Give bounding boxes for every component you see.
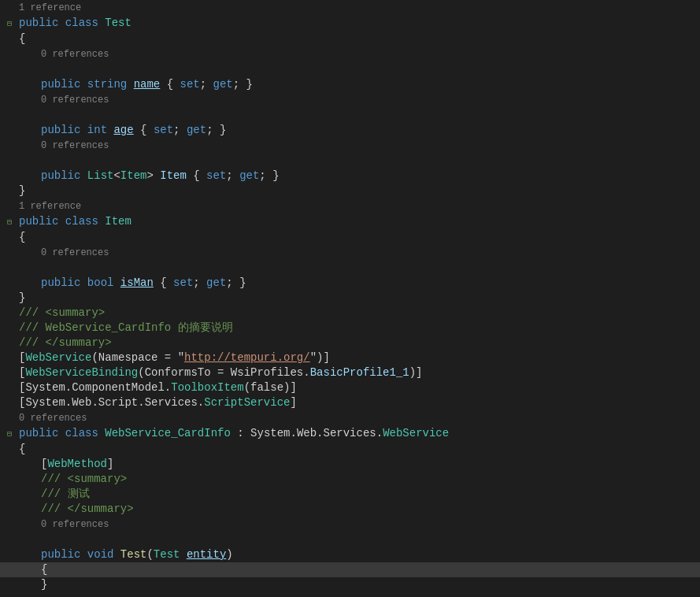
line-content: public List<Item> Item { set; get; } — [16, 169, 700, 184]
code-line: [WebMethod] — [0, 457, 700, 472]
code-line: [WebService(Namespace = "http://tempuri.… — [0, 350, 700, 365]
code-line — [0, 261, 700, 276]
token: set — [154, 124, 173, 136]
code-line: } — [0, 184, 700, 198]
line-content: public class Item — [16, 214, 700, 229]
line-content: { — [16, 230, 700, 245]
ref-hint: 0 references — [41, 95, 109, 106]
token: (false)] — [244, 381, 297, 394]
line-content: /// <summary> — [16, 306, 700, 321]
collapse-btn[interactable]: ⊟ — [3, 215, 16, 230]
token: name — [134, 78, 161, 91]
token: } — [19, 184, 25, 197]
token: void — [87, 548, 114, 561]
token: (ConformsTo = WsiProfiles. — [138, 366, 309, 379]
token: public — [41, 78, 80, 91]
token — [58, 215, 65, 228]
token: } — [19, 291, 25, 304]
line-content: { — [16, 562, 700, 577]
token — [113, 276, 120, 289]
token — [180, 548, 186, 561]
token: /// WebService_CardInfo 的摘要说明 — [19, 321, 233, 334]
token: /// </summary> — [41, 502, 134, 515]
token: > — [146, 169, 160, 182]
token: ; } — [233, 78, 253, 91]
collapse-btn[interactable]: ⊟ — [3, 427, 16, 442]
code-line: } — [0, 291, 700, 306]
token: public — [41, 169, 80, 182]
line-content: [WebService(Namespace = "http://tempuri.… — [16, 350, 700, 365]
token: Test — [105, 17, 131, 29]
token: ; } — [259, 169, 279, 182]
token: string — [87, 78, 127, 91]
token: ) — [226, 548, 232, 561]
token — [98, 427, 105, 439]
line-content: } — [16, 291, 700, 306]
token: bool — [87, 276, 114, 289]
code-line: { — [0, 230, 700, 245]
code-line — [0, 532, 700, 547]
token: ] — [290, 396, 296, 409]
token: public — [19, 215, 58, 228]
ref-hint: 0 references — [41, 49, 109, 60]
token: ; } — [206, 124, 226, 136]
token: set — [206, 169, 226, 182]
line-content: public bool isMan { set; get; } — [16, 276, 700, 291]
token: public — [41, 548, 80, 561]
code-line: public string name { set; get; } — [0, 77, 700, 92]
code-line — [0, 154, 700, 169]
code-line: ⊟public class Test — [0, 16, 700, 32]
code-line: /// </summary> — [0, 502, 700, 517]
token: BasicProfile1_1 — [310, 366, 409, 379]
token: set — [173, 276, 193, 289]
line-content: { — [16, 442, 700, 457]
code-line: ⊟public class Item — [0, 214, 700, 230]
token: ; — [193, 276, 206, 289]
collapse-btn[interactable]: ⊟ — [3, 17, 16, 32]
token: ; — [173, 124, 187, 136]
token: { — [19, 231, 25, 243]
token — [127, 78, 133, 91]
token: { — [19, 443, 25, 455]
token: /// <summary> — [41, 473, 127, 485]
token: age — [113, 124, 133, 136]
token: public — [41, 276, 80, 289]
token: /// </summary> — [19, 336, 112, 349]
token: get — [213, 78, 233, 91]
token: WebServiceBinding — [25, 366, 138, 379]
token: { — [134, 124, 154, 136]
code-line: /// <summary> — [0, 306, 700, 321]
line-content: } — [16, 184, 700, 198]
token: (Namespace = " — [91, 351, 184, 364]
ref-line: 0 references — [0, 410, 700, 426]
token: List — [87, 169, 114, 182]
ref-hint: 0 references — [19, 413, 87, 424]
ref-hint: 0 references — [41, 140, 109, 151]
ref-line: 0 references — [0, 517, 700, 532]
token: ToolboxItem — [171, 381, 243, 394]
token: WebService_CardInfo — [105, 427, 231, 439]
code-line: public void Test(Test entity) — [0, 547, 700, 562]
token — [98, 17, 105, 29]
line-content: /// WebService_CardInfo 的摘要说明 — [16, 321, 700, 336]
token: isMan — [120, 276, 154, 289]
line-content: } — [16, 577, 700, 592]
line-content: /// </summary> — [16, 502, 700, 517]
line-content: public class WebService_CardInfo : Syste… — [16, 426, 700, 441]
code-line — [0, 108, 700, 123]
token — [80, 78, 87, 91]
token: )] — [409, 366, 423, 379]
token: /// 测试 — [41, 488, 90, 500]
token: { — [187, 169, 206, 182]
line-content: /// </summary> — [16, 336, 700, 350]
ref-line: 0 references — [0, 92, 700, 108]
code-line: /// WebService_CardInfo 的摘要说明 — [0, 321, 700, 336]
code-line: public List<Item> Item { set; get; } — [0, 169, 700, 184]
token: public — [19, 427, 58, 439]
code-line: /// <summary> — [0, 472, 700, 487]
token — [80, 124, 87, 136]
token: ; } — [226, 276, 246, 289]
code-line: { — [0, 442, 700, 457]
code-line: public int age { set; get; } — [0, 123, 700, 138]
code-line: /// </summary> — [0, 336, 700, 350]
